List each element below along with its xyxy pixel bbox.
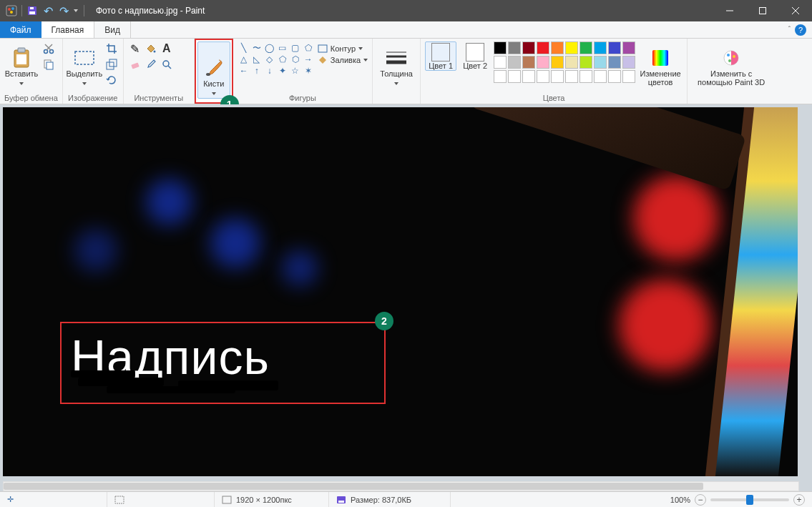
shape-tri[interactable]: △ (239, 54, 249, 64)
color-swatch[interactable] (537, 41, 549, 54)
color-swatch[interactable] (522, 56, 535, 69)
brushes-label: Кисти (203, 79, 224, 88)
shape-diamond[interactable]: ◇ (265, 54, 275, 64)
color-swatch[interactable] (608, 56, 621, 69)
svg-point-0 (8, 8, 11, 11)
shape-outline-dropdown[interactable]: Контур (318, 44, 368, 53)
select-button[interactable]: Выделить (67, 41, 102, 89)
shape-roundrect[interactable]: ▢ (290, 43, 300, 53)
shape-star4[interactable]: ✦ (278, 66, 288, 76)
eraser-icon[interactable] (128, 57, 142, 72)
tab-file[interactable]: Файл (0, 21, 41, 38)
svg-point-35 (733, 55, 735, 58)
zoom-out-button[interactable]: − (695, 494, 706, 506)
bucket-icon[interactable] (144, 41, 158, 56)
color-swatch[interactable] (565, 70, 578, 83)
redo-icon[interactable]: ↷ (58, 5, 69, 16)
color-swatch[interactable] (594, 56, 607, 69)
color-swatch[interactable] (508, 70, 521, 83)
shape-arrow-r[interactable]: → (303, 54, 313, 64)
shape-pent[interactable]: ⬠ (278, 54, 288, 64)
shape-rect[interactable]: ▭ (278, 43, 288, 53)
color2-slot[interactable]: Цвет 2 (459, 41, 491, 70)
color-swatch[interactable] (551, 70, 564, 83)
zoom-slider[interactable] (710, 498, 789, 501)
color1-slot[interactable]: Цвет 1 (425, 41, 456, 71)
color-swatch[interactable] (494, 70, 507, 83)
eyedropper-icon[interactable] (144, 57, 158, 72)
svg-rect-6 (30, 7, 34, 9)
color-swatch[interactable] (494, 41, 507, 54)
canvas[interactable]: Надпись 2 (3, 107, 798, 476)
color-swatch[interactable] (622, 41, 635, 54)
color-swatch[interactable] (594, 41, 607, 54)
maximize-button[interactable] (746, 0, 779, 21)
color-swatch[interactable] (608, 70, 621, 83)
color-swatch[interactable] (537, 70, 549, 83)
crop-icon[interactable] (104, 41, 119, 56)
zoom-control: 100% − + (663, 494, 812, 506)
paint3d-button[interactable]: Изменить с помощью Paint 3D (692, 41, 771, 89)
color1-swatch (431, 43, 450, 61)
cut-icon[interactable] (41, 41, 56, 56)
shape-curve[interactable]: 〜 (252, 43, 262, 53)
shape-polygon[interactable]: ⬠ (303, 43, 313, 53)
shape-oval[interactable]: ◯ (265, 43, 275, 53)
shape-rtri[interactable]: ◺ (252, 54, 262, 64)
shape-arrow-d[interactable]: ↓ (265, 66, 275, 76)
color-swatch[interactable] (522, 41, 535, 54)
pencil-icon[interactable]: ✎ (128, 41, 142, 56)
color-swatch[interactable] (622, 56, 635, 69)
thickness-button[interactable]: Толщина (377, 41, 416, 89)
thickness-label: Толщина (380, 69, 413, 78)
color-swatch[interactable] (537, 56, 549, 69)
color-swatch[interactable] (551, 41, 564, 54)
zoom-in-button[interactable]: + (793, 494, 805, 506)
color-swatch[interactable] (508, 41, 521, 54)
text-icon[interactable]: A (160, 41, 174, 56)
qat-customize-caret[interactable] (74, 9, 78, 12)
minimize-button[interactable] (713, 0, 746, 21)
tab-view[interactable]: Вид (94, 21, 131, 38)
color1-label: Цвет 1 (429, 61, 453, 70)
shape-fill-dropdown[interactable]: Заливка (318, 56, 368, 64)
edit-colors-button[interactable]: Изменение цветов (638, 41, 683, 89)
copy-icon[interactable] (41, 57, 56, 72)
color-swatch[interactable] (579, 70, 592, 83)
color-swatch[interactable] (608, 41, 621, 54)
shapes-gallery[interactable]: ╲ 〜 ◯ ▭ ▢ ⬠ △ ◺ ◇ ⬠ ⬡ → ← ↑ ↓ ✦ ☆ ✶ (238, 41, 315, 77)
shape-arrow-l[interactable]: ← (239, 66, 249, 76)
horizontal-scrollbar[interactable] (3, 481, 799, 491)
color-swatch[interactable] (494, 56, 507, 69)
title-bar: ↶ ↷ Фото с надписью.jpg - Paint (0, 0, 812, 21)
group-thickness: Толщина (373, 39, 421, 104)
magnifier-icon[interactable] (160, 57, 174, 72)
tab-home[interactable]: Главная (41, 21, 95, 38)
ribbon-minimize-caret[interactable]: ˆ (788, 26, 791, 34)
color-swatch[interactable] (508, 56, 521, 69)
shape-line[interactable]: ╲ (239, 43, 249, 53)
color-swatch[interactable] (565, 41, 578, 54)
save-icon[interactable] (26, 5, 38, 16)
color-swatch[interactable] (565, 56, 578, 69)
color-swatch[interactable] (551, 56, 564, 69)
help-icon[interactable]: ? (795, 24, 806, 36)
resize-icon[interactable] (104, 57, 119, 72)
close-button[interactable] (779, 0, 812, 21)
shape-hex[interactable]: ⬡ (290, 54, 300, 64)
shape-star6[interactable]: ✶ (303, 66, 313, 76)
undo-icon[interactable]: ↶ (42, 5, 54, 16)
color-swatch[interactable] (594, 70, 607, 83)
brushes-button[interactable]: Кисти (197, 41, 230, 99)
color-swatch[interactable] (622, 70, 635, 83)
svg-rect-20 (75, 51, 94, 64)
color-swatch[interactable] (522, 70, 535, 83)
rotate-icon[interactable] (104, 73, 119, 87)
paste-button[interactable]: Вставить (4, 41, 39, 89)
thickness-icon (385, 46, 408, 69)
shape-arrow-u[interactable]: ↑ (252, 66, 262, 76)
color-palette[interactable] (494, 41, 635, 83)
shape-star5[interactable]: ☆ (290, 66, 300, 76)
color-swatch[interactable] (579, 56, 592, 69)
color-swatch[interactable] (579, 41, 592, 54)
